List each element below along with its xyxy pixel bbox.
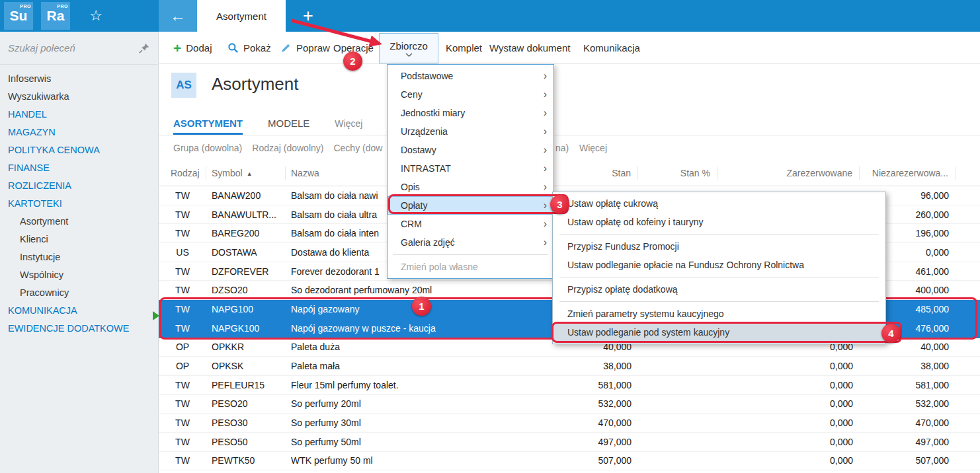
menu-item-oplaty[interactable]: Opłaty › bbox=[388, 196, 553, 215]
operations-button[interactable]: Operacje bbox=[333, 32, 374, 63]
cell-rodzaj: TW bbox=[159, 209, 206, 220]
filter-grupa[interactable]: Grupa (dowolna) bbox=[173, 143, 242, 153]
menu-item-dostawy[interactable]: Dostawy › bbox=[388, 141, 553, 159]
communication-button[interactable]: Komunikacja bbox=[583, 32, 640, 63]
bundle-button[interactable]: Komplet bbox=[446, 32, 482, 63]
filter-rodzaj[interactable]: Rodzaj (dowolny) bbox=[252, 143, 323, 153]
sidebar-item-wspolnicy[interactable]: Wspólnicy bbox=[0, 266, 158, 284]
new-tab-button[interactable]: + bbox=[294, 0, 322, 32]
rachmistrz-logo[interactable]: Ra PRO bbox=[41, 2, 70, 30]
cell-symbol: BANAWULTR... bbox=[206, 209, 286, 220]
filter-cechy[interactable]: Cechy (dow bbox=[333, 143, 382, 153]
toolbar-actions: + Dodaj Pokaż Popraw Operacje Zbior bbox=[159, 32, 980, 64]
favorites-star-icon[interactable]: ☆ bbox=[85, 0, 107, 32]
bulk-button[interactable]: Zbiorczo bbox=[379, 33, 438, 63]
cell-nazwa: Napój gazowany bbox=[286, 304, 542, 314]
sidebar-item-ewidencje-dodatkowe[interactable]: EWIDENCJE DODATKOWE bbox=[0, 320, 158, 338]
cell-nazwa: Paleta mała bbox=[286, 361, 542, 371]
back-button[interactable]: ← bbox=[159, 0, 197, 32]
add-button[interactable]: + Dodaj bbox=[173, 32, 212, 63]
sidebar-item-magazyn[interactable]: MAGAZYN bbox=[0, 124, 158, 141]
issue-document-button[interactable]: Wystaw dokument bbox=[489, 32, 570, 63]
sidebar-item-finanse[interactable]: FINANSE bbox=[0, 159, 158, 177]
menu-item-label: Opłaty bbox=[401, 200, 427, 211]
menu-item-ceny[interactable]: Ceny › bbox=[388, 85, 553, 104]
col-header-stan-pct[interactable]: Stan % bbox=[638, 166, 717, 180]
tab-more[interactable]: Więcej bbox=[335, 118, 362, 135]
cell-nazwa: Fleur 15ml perfumy toalet. bbox=[286, 380, 542, 390]
subiekt-logo[interactable]: Su PRO bbox=[4, 2, 33, 30]
menu-item-crm[interactable]: CRM › bbox=[388, 215, 553, 233]
cell-rodzaj: TW bbox=[159, 190, 206, 201]
table-row[interactable]: TW PEFLEUR15 Fleur 15ml perfumy toalet. … bbox=[159, 376, 980, 395]
window-tab-asortyment[interactable]: Asortyment bbox=[197, 0, 286, 32]
sidebar-item-wyszukiwarka[interactable]: Wyszukiwarka bbox=[0, 88, 158, 106]
cell-stan: 581,000 bbox=[542, 380, 638, 390]
sidebar-item-asortyment[interactable]: Asortyment bbox=[0, 213, 158, 231]
sidebar-item-handel[interactable]: HANDEL bbox=[0, 106, 158, 124]
cell-rodzaj: OP bbox=[159, 361, 206, 371]
col-header-stan[interactable]: Stan bbox=[542, 166, 638, 180]
operations-label: Operacje bbox=[333, 42, 374, 54]
menu-item-urzadzenia[interactable]: Urządzenia › bbox=[388, 122, 553, 141]
menu-item-label: Opis bbox=[401, 182, 420, 192]
cell-symbol: PESO30 bbox=[206, 418, 286, 428]
table-row[interactable]: OP OPKSK Paleta mała 38,000 0,000 38,000 bbox=[159, 357, 980, 376]
cell-niezarezerwowane: 581,000 bbox=[860, 380, 956, 390]
submenu-item-fundusz-promocji[interactable]: Przypisz Fundusz Promocji bbox=[553, 237, 885, 256]
tab-asortyment[interactable]: ASORTYMENT bbox=[173, 118, 243, 135]
col-header-symbol[interactable]: Symbol▲ bbox=[206, 166, 286, 180]
sidebar-item-komunikacja[interactable]: KOMUNIKACJA bbox=[0, 302, 158, 320]
show-label: Pokaż bbox=[243, 42, 271, 54]
filter-fragment[interactable]: na) bbox=[555, 143, 569, 153]
sidebar-item-klienci[interactable]: Klienci bbox=[0, 231, 158, 248]
submenu-item-oplata-cukrowa[interactable]: Ustaw opłatę cukrową bbox=[553, 194, 885, 213]
menu-item-zmien-pola-wlasne[interactable]: Zmień pola własne bbox=[388, 258, 553, 276]
edit-button[interactable]: Popraw bbox=[280, 32, 330, 63]
table-row[interactable]: TW PESO50 So perfumy 50ml 497,000 0,000 … bbox=[159, 433, 980, 452]
submenu-item-system-kaucyjny[interactable]: Ustaw podleganie pod system kaucyjny bbox=[553, 323, 885, 342]
filter-more[interactable]: Więcej bbox=[579, 143, 607, 153]
cell-nazwa: So perfumy 30ml bbox=[286, 418, 542, 428]
cell-rodzaj: TW bbox=[159, 304, 206, 314]
menu-item-galeria-zdjec[interactable]: Galeria zdjęć › bbox=[388, 233, 553, 252]
cell-nazwa: So perfumy 20ml bbox=[286, 398, 542, 409]
submenu-item-parametry-kaucyjne[interactable]: Zmień parametry systemu kaucyjnego bbox=[553, 305, 885, 323]
menu-item-intrastat[interactable]: INTRASTAT › bbox=[388, 159, 553, 178]
view-tabs: ASORTYMENT MODELE Więcej bbox=[159, 109, 980, 135]
cell-rodzaj: TW bbox=[159, 323, 206, 334]
cell-rodzaj: TW bbox=[159, 398, 206, 409]
col-header-zarezerwowane[interactable]: Zarezerwowane bbox=[717, 166, 860, 180]
chevron-right-icon: › bbox=[544, 237, 547, 248]
sidebar-item-kartoteki[interactable]: KARTOTEKI bbox=[0, 195, 158, 213]
menu-item-jednostki-miary[interactable]: Jednostki miary › bbox=[388, 104, 553, 122]
table-row[interactable]: TW PESO20 So perfumy 20ml 532,000 0,000 … bbox=[159, 395, 980, 414]
pin-icon[interactable] bbox=[138, 42, 150, 54]
sidebar-item-rozliczenia[interactable]: ROZLICZENIA bbox=[0, 177, 158, 195]
submenu-item-fundusz-ochrony-rolnictwa[interactable]: Ustaw podleganie opłacie na Fundusz Ochr… bbox=[553, 256, 885, 274]
page-title: Asortyment bbox=[212, 74, 299, 94]
sidebar-item-instytucje[interactable]: Instytucje bbox=[0, 248, 158, 266]
menu-separator bbox=[559, 301, 879, 302]
show-button[interactable]: Pokaż bbox=[227, 32, 271, 63]
table-row[interactable]: TW PEWTK50 WTK perfumy 50 ml 507,000 0,0… bbox=[159, 452, 980, 471]
submenu-item-kofeina-tauryna[interactable]: Ustaw opłatę od kofeiny i tauryny bbox=[553, 213, 885, 231]
col-header-rodzaj[interactable]: Rodzaj bbox=[159, 166, 206, 180]
cell-rodzaj: TW bbox=[159, 455, 206, 466]
cell-nazwa: Napój gazowany w puszce - kaucja bbox=[286, 323, 542, 334]
search-input[interactable] bbox=[8, 42, 138, 54]
col-header-niezarezerwowane[interactable]: Niezarezerwowa... bbox=[860, 166, 956, 180]
table-row[interactable]: TW PESO30 So perfumy 30ml 470,000 0,000 … bbox=[159, 414, 980, 433]
chevron-right-icon: › bbox=[544, 89, 547, 100]
submenu-item-oplata-dodatkowa[interactable]: Przypisz opłatę dodatkową bbox=[553, 280, 885, 299]
menu-separator bbox=[559, 277, 879, 277]
tab-modele[interactable]: MODELE bbox=[268, 118, 309, 135]
cell-symbol: DZFOREVER bbox=[206, 266, 286, 277]
menu-item-podstawowe[interactable]: Podstawowe › bbox=[388, 67, 553, 85]
cell-symbol: NAPGK100 bbox=[206, 323, 286, 334]
sidebar-item-infoserwis[interactable]: Infoserwis bbox=[0, 70, 158, 88]
logo-text: Su bbox=[10, 8, 28, 24]
menu-item-opis[interactable]: Opis › bbox=[388, 178, 553, 196]
sidebar-item-pracownicy[interactable]: Pracownicy bbox=[0, 284, 158, 302]
sidebar-item-polityka-cenowa[interactable]: POLITYKA CENOWA bbox=[0, 141, 158, 159]
